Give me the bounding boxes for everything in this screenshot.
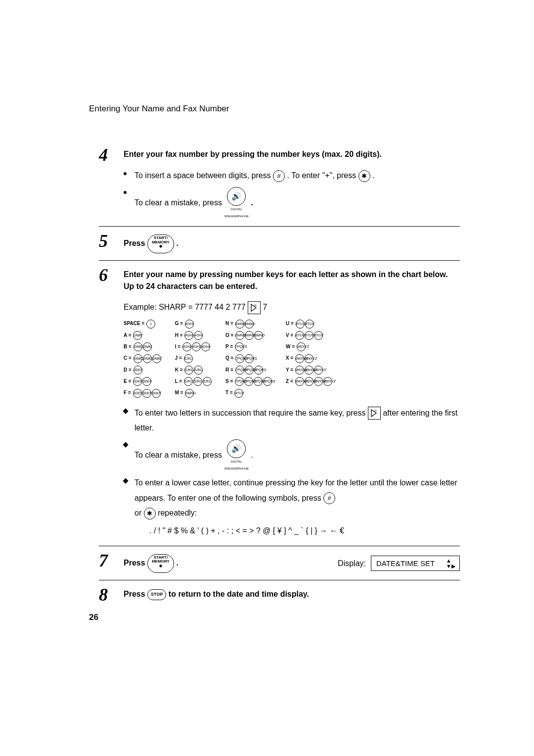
number-key-icon: 5JKL — [193, 377, 202, 386]
char-map-row: Z = 9WXYZ9WXYZ9WXYZ9WXYZ — [286, 377, 332, 386]
page-header: Entering Your Name and Fax Number — [89, 104, 229, 114]
char-map-row: S = 7PQRS7PQRS7PQRS7PQRS — [225, 377, 272, 386]
number-key-icon: 4GHI — [192, 342, 201, 351]
number-key-icon: 2ABC — [133, 331, 142, 340]
number-key-icon: 3DEF — [133, 389, 142, 398]
step-number: 4 — [99, 144, 108, 165]
char-map-row: T = 8TUV — [225, 388, 272, 397]
text: Press — [124, 559, 147, 567]
star-key: ✱ — [144, 508, 156, 520]
char-map-row: C = 2ABC2ABC2ABC — [124, 354, 161, 363]
number-key-icon: 9WXYZ — [295, 366, 304, 375]
char-map-label: U = — [286, 321, 295, 326]
char-map-row: E = 3DEF3DEF — [124, 377, 161, 386]
char-map-label: K = — [175, 367, 184, 373]
char-map-label: R = — [225, 367, 235, 373]
step-6: 6 Enter your name by pressing number key… — [99, 269, 460, 539]
number-key-icon: 9WXYZ — [305, 366, 313, 375]
text: Press — [124, 590, 147, 598]
character-map: SPACE = 1A = 2ABCB = 2ABC2ABCC = 2ABC2AB… — [124, 319, 460, 398]
step-8: 8 Press STOP to return to the date and t… — [99, 588, 460, 600]
number-key-icon: 3DEF — [142, 389, 151, 398]
step-number: 6 — [99, 265, 108, 285]
char-map-label: F = — [124, 390, 133, 395]
char-map-row: W = 9WXYZ — [286, 342, 332, 351]
number-key-icon: 7PQRS — [263, 377, 272, 386]
char-map-label: H = — [175, 332, 184, 338]
char-map-label: T = — [225, 390, 234, 395]
hash-key: # — [323, 492, 335, 504]
svg-text:/A: /A — [254, 304, 257, 307]
number-key-icon: 7PQRS — [235, 354, 244, 363]
text: . — [177, 239, 178, 247]
char-map-label: V = — [286, 332, 295, 338]
step-7: 7 Press START/ MEMORY ◈ . Display: DATE&… — [99, 554, 460, 573]
text: To insert a space between digits, press — [134, 171, 273, 180]
char-map-label: W = — [286, 344, 296, 349]
step-6-diamond-1: To enter two letters in succession that … — [124, 406, 460, 436]
number-key-icon: 4GHI — [184, 331, 193, 340]
char-map-row: H = 4GHI4GHI — [175, 331, 212, 340]
star-key: ✱ — [358, 170, 370, 182]
char-map-label: X = — [286, 355, 295, 361]
number-key-icon: 9WXYZ — [305, 377, 313, 386]
diamond-icon — [123, 478, 128, 484]
number-key-icon: 8TUV — [314, 331, 323, 340]
char-map-row: U = 8TUV8TUV — [286, 319, 332, 328]
text: . — [177, 559, 178, 567]
step-number: 7 — [99, 550, 108, 571]
char-map-label: Y = — [286, 367, 295, 373]
text: To clear a mistake, press — [134, 198, 224, 207]
char-map-column: U = 8TUV8TUVV = 8TUV8TUV8TUVW = 9WXYZX =… — [286, 319, 332, 398]
speaker-sub-2: SPEAKERPHONE — [224, 214, 249, 219]
number-key-icon: 7PQRS — [235, 366, 244, 375]
manual-page: Entering Your Name and Fax Number 4 Ente… — [0, 0, 534, 756]
char-map-row: J = 5JKL — [175, 354, 212, 363]
text: or — [134, 509, 144, 517]
svg-text:/A: /A — [374, 409, 377, 412]
step-4-bullet-2: To clear a mistake, press 🔊 DIGITAL SPEA… — [124, 187, 460, 219]
char-map-label: E = — [124, 378, 133, 384]
number-key-icon: 6MNO — [254, 331, 263, 340]
number-key-icon: 7PQRS — [245, 366, 254, 375]
number-key-icon: 7PQRS — [254, 377, 263, 386]
number-key-icon: 9WXYZ — [295, 377, 304, 386]
char-map-label: A = — [124, 332, 133, 338]
number-key-icon: 6MNO — [245, 320, 254, 329]
number-key-icon: 2ABC — [152, 354, 161, 363]
text: . To enter "+", press — [287, 171, 358, 180]
speaker-icon: 🔊 — [231, 189, 241, 204]
text: repeatedly: — [158, 509, 197, 517]
number-key-icon: 6MNO — [235, 331, 244, 340]
char-map-label: J = — [175, 355, 183, 361]
step-4-title: Enter your fax number by pressing the nu… — [124, 148, 460, 160]
separator — [99, 580, 460, 580]
number-key-icon: 3DEF — [142, 377, 151, 386]
example-line: Example: SHARP = 7777 44 2 777 /A 7 — [124, 301, 460, 314]
step-6-title: Enter your name by pressing number keys … — [124, 269, 460, 292]
number-key-icon: 2ABC — [134, 342, 142, 351]
number-key-icon: 6MNO — [185, 389, 194, 398]
char-map-row: Y = 9WXYZ9WXYZ9WXYZ — [286, 366, 332, 375]
number-key-icon: 2ABC — [143, 354, 152, 363]
char-map-row: Q = 7PQRS7PQRS — [225, 354, 272, 363]
step-5: 5 Press START/ MEMORY ◈ . — [99, 235, 460, 253]
number-key-icon: 4GHI — [201, 342, 210, 351]
separator — [99, 226, 460, 227]
char-map-row: N = 6MNO6MNO — [225, 319, 272, 328]
step-number: 5 — [99, 231, 108, 251]
number-key-icon: 2ABC — [134, 354, 142, 363]
number-key-icon: 7PQRS — [245, 354, 254, 363]
char-map-label: B = — [124, 344, 133, 349]
speakerphone-key: 🔊 DIGITAL SPEAKERPHONE — [224, 187, 249, 219]
char-map-row: F = 3DEF3DEF3DEF — [124, 388, 161, 397]
char-map-row: R = 7PQRS7PQRS7PQRS — [225, 366, 272, 375]
step-4: 4 Enter your fax number by pressing the … — [99, 148, 460, 219]
content-area: 4 Enter your fax number by pressing the … — [99, 148, 460, 606]
char-map-row: L = 5JKL5JKL5JKL — [175, 377, 212, 386]
char-map-label: C = — [124, 355, 133, 361]
char-map-label: O = — [225, 332, 235, 338]
diamond-icon — [123, 408, 128, 414]
char-map-row: P = 7PQRS — [225, 342, 272, 351]
char-map-row: SPACE = 1 — [124, 319, 161, 328]
